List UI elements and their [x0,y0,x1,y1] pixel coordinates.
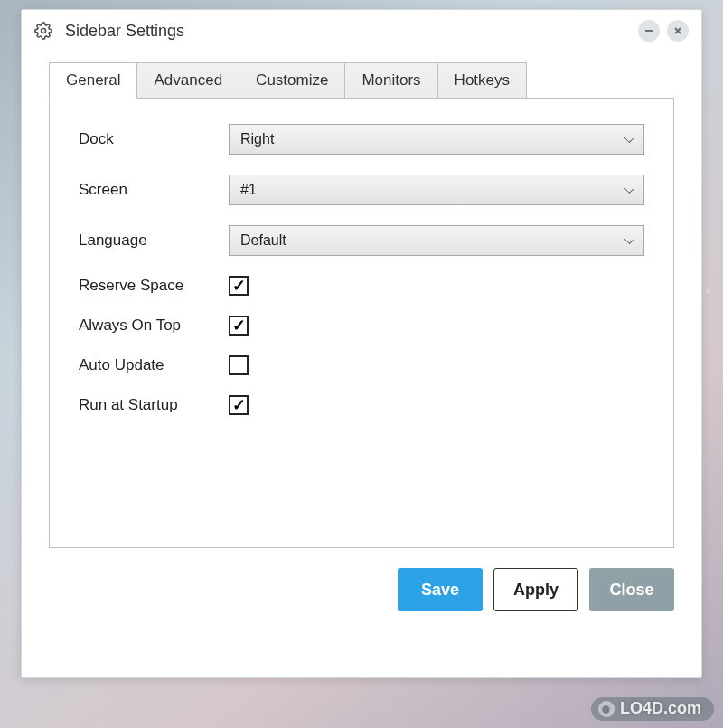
tab-row: General Advanced Customize Monitors Hotk… [49,62,674,99]
auto-update-label: Auto Update [79,356,229,374]
settings-window: Sidebar Settings General Advanced Custom… [21,9,702,678]
run-at-startup-checkbox[interactable] [229,395,249,415]
run-at-startup-label: Run at Startup [79,396,229,414]
tab-customize[interactable]: Customize [239,62,345,99]
tab-monitors[interactable]: Monitors [344,62,437,99]
close-button[interactable] [667,20,689,42]
reserve-space-label: Reserve Space [79,277,229,295]
gear-icon [34,22,52,40]
dock-select[interactable]: Right [229,124,644,155]
save-button[interactable]: Save [398,568,483,611]
screen-select[interactable]: #1 [229,175,644,205]
tab-panel-general: Dock Right Screen #1 Language Default Re… [49,98,674,548]
language-select[interactable]: Default [229,225,644,256]
watermark-text: LO4D.com [620,699,701,718]
tab-hotkeys[interactable]: Hotkeys [437,62,527,99]
language-label: Language [79,232,229,250]
apply-button[interactable]: Apply [493,568,578,611]
window-title: Sidebar Settings [65,22,638,41]
language-value: Default [240,232,286,249]
always-on-top-label: Always On Top [79,317,229,335]
watermark: ◍ LO4D.com [591,697,714,721]
titlebar: Sidebar Settings [22,10,701,52]
always-on-top-checkbox[interactable] [229,316,249,336]
tab-general[interactable]: General [49,62,137,99]
minimize-button[interactable] [638,20,660,42]
dialog-buttons: Save Apply Close [22,548,701,611]
tab-advanced[interactable]: Advanced [136,62,239,99]
svg-point-0 [42,29,46,33]
dock-label: Dock [79,130,229,148]
screen-value: #1 [240,182,257,198]
globe-icon: ◍ [598,701,615,717]
dock-value: Right [240,131,274,147]
auto-update-checkbox[interactable] [229,355,249,375]
close-dialog-button[interactable]: Close [589,568,674,611]
reserve-space-checkbox[interactable] [229,276,249,296]
screen-label: Screen [79,181,229,199]
